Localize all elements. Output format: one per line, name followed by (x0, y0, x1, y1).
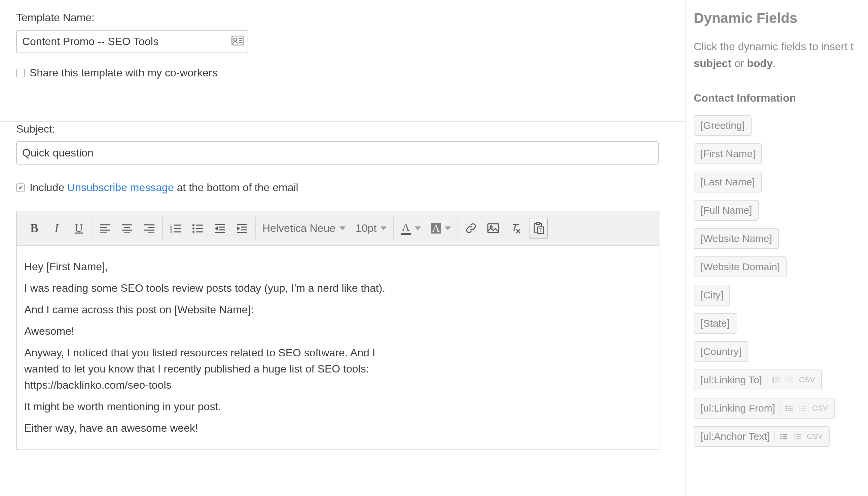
numbered-list-icon[interactable] (786, 376, 794, 383)
field-chip-label: [Last Name] (700, 176, 755, 188)
numbered-list-icon[interactable] (793, 433, 801, 440)
svg-point-51 (772, 381, 774, 383)
chevron-down-icon (380, 227, 386, 230)
field-chip-label: [Website Name] (700, 233, 772, 244)
unsubscribe-prefix: Include (30, 181, 67, 193)
dynamic-field-chip[interactable]: [Country] (694, 341, 748, 362)
dynamic-field-chip[interactable]: [ul:Linking From]CSV (694, 398, 835, 419)
font-size-value: 10pt (356, 222, 377, 234)
field-chip-label: [ul:Anchor Text] (700, 431, 770, 442)
bulleted-list-icon[interactable] (772, 376, 780, 383)
body-paragraph: Anyway, I noticed that you listed resour… (24, 344, 651, 393)
align-right-button[interactable] (141, 218, 157, 238)
text-color-button[interactable]: A (399, 222, 423, 235)
field-chip-extras: CSV (767, 375, 815, 384)
bulleted-list-icon[interactable] (780, 433, 788, 440)
increase-indent-button[interactable] (234, 218, 250, 238)
svg-point-1 (234, 38, 237, 41)
svg-point-25 (192, 228, 194, 230)
template-name-input[interactable] (16, 30, 248, 53)
align-left-button[interactable] (97, 218, 113, 238)
svg-point-23 (192, 224, 194, 226)
field-chip-label: [ul:Linking From] (700, 402, 775, 414)
dynamic-field-chip[interactable]: [Greeting] (694, 115, 752, 136)
svg-point-71 (780, 434, 782, 435)
bulleted-list-button[interactable] (190, 218, 206, 238)
dynamic-field-chip[interactable]: [State] (694, 313, 737, 334)
dynamic-field-chip[interactable]: [First Name] (694, 143, 762, 164)
insert-link-button[interactable] (463, 218, 479, 238)
field-chip-label: [Website Domain] (700, 261, 780, 273)
unsubscribe-message-link[interactable]: Unsubscribe message (67, 181, 174, 193)
font-size-select[interactable]: 10pt (353, 222, 389, 234)
email-body-editor[interactable]: Hey [First Name], I was reading some SEO… (17, 246, 659, 449)
unsubscribe-suffix: at the bottom of the email (177, 181, 298, 193)
template-name-label: Template Name: (16, 12, 670, 24)
unsubscribe-checkbox[interactable] (16, 183, 25, 192)
svg-point-27 (192, 231, 194, 233)
dynamic-field-chip[interactable]: [Full Name] (694, 200, 759, 221)
field-chip-label: [ul:Linking To] (700, 374, 762, 386)
dynamic-field-chip[interactable]: [ul:Linking To]CSV (694, 370, 822, 390)
clear-formatting-button[interactable] (507, 218, 523, 238)
editor-toolbar: B I U (17, 211, 659, 246)
svg-text:3: 3 (170, 230, 172, 233)
svg-point-49 (772, 379, 774, 381)
subject-section: Subject: (16, 123, 670, 165)
dynamic-field-chip[interactable]: [ul:Anchor Text]CSV (694, 426, 830, 447)
share-template-checkbox[interactable] (16, 69, 25, 77)
field-chip-label: [City] (700, 289, 723, 301)
dynamic-field-list: [Greeting][First Name][Last Name][Full N… (694, 115, 868, 447)
svg-point-75 (780, 438, 782, 439)
share-template-label: Share this template with my co-workers (30, 67, 217, 79)
horizontal-divider (0, 121, 686, 122)
numbered-list-button[interactable]: 123 (168, 218, 184, 238)
svg-marker-38 (237, 227, 240, 231)
insert-image-button[interactable] (485, 218, 501, 238)
dynamic-field-chip[interactable]: [Website Name] (694, 228, 779, 249)
dynamic-fields-sidebar: Dynamic Fields Click the dynamic fields … (686, 0, 868, 496)
align-center-button[interactable] (119, 218, 135, 238)
body-line: It might be worth mentioning in your pos… (24, 399, 651, 415)
underline-button[interactable]: U (70, 218, 87, 238)
email-editor: B I U (16, 211, 659, 450)
field-chip-extras: CSV (780, 404, 828, 413)
dynamic-field-chip[interactable]: [City] (694, 285, 730, 306)
svg-rect-44 (536, 222, 540, 224)
highlight-color-button[interactable]: A (429, 223, 453, 234)
body-line: Awesome! (24, 323, 651, 339)
chevron-down-icon (415, 227, 421, 230)
field-chip-label: [Country] (700, 346, 742, 357)
field-chip-label: [State] (700, 317, 730, 329)
chevron-down-icon (340, 227, 346, 230)
contact-card-icon[interactable] (232, 35, 243, 48)
body-line: I was reading some SEO tools review post… (24, 280, 651, 296)
field-chip-extras: CSV (774, 432, 823, 441)
paste-as-text-button[interactable]: T (530, 218, 548, 238)
csv-label[interactable]: CSV (799, 375, 815, 384)
bulleted-list-icon[interactable] (785, 405, 793, 412)
bold-button[interactable]: B (26, 218, 42, 238)
template-name-section: Template Name: Share this template (16, 12, 670, 79)
dynamic-field-chip[interactable]: [Last Name] (694, 172, 762, 192)
chevron-down-icon (445, 227, 451, 230)
field-chip-label: [Full Name] (700, 205, 752, 216)
csv-label[interactable]: CSV (807, 432, 823, 441)
svg-point-63 (786, 409, 787, 411)
subject-input[interactable] (16, 141, 659, 165)
sidebar-description: Click the dynamic fields to insert t sub… (694, 38, 868, 72)
font-family-select[interactable]: Helvetica Neue (261, 222, 348, 234)
field-chip-label: [Greeting] (700, 120, 745, 131)
numbered-list-icon[interactable] (799, 405, 807, 412)
body-line: And I came across this post on [Website … (24, 301, 651, 317)
decrease-indent-button[interactable] (212, 218, 228, 238)
dynamic-field-chip[interactable]: [Website Domain] (694, 257, 787, 277)
subject-label: Subject: (16, 123, 670, 135)
italic-button[interactable]: I (48, 218, 65, 238)
csv-label[interactable]: CSV (812, 404, 828, 413)
sidebar-title: Dynamic Fields (694, 10, 868, 26)
field-chip-label: [First Name] (700, 148, 755, 159)
contact-info-heading: Contact Information (694, 92, 868, 104)
share-template-row: Share this template with my co-workers (16, 67, 670, 79)
unsubscribe-row: Include Unsubscribe message at the botto… (16, 181, 670, 194)
